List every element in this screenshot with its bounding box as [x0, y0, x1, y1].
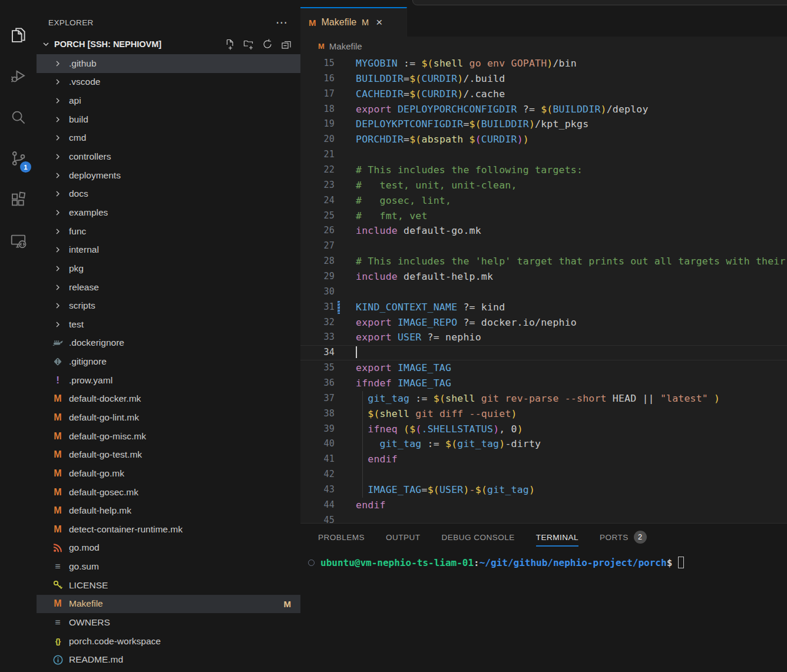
activity-run-debug[interactable] [0, 55, 37, 97]
activity-explorer[interactable] [0, 14, 37, 55]
activity-extensions[interactable] [0, 179, 37, 220]
code-line-20[interactable]: 20PORCHDIR=$(abspath $(CURDIR)) [300, 132, 787, 147]
tree-folder-internal[interactable]: internal [37, 240, 300, 259]
line-number: 16 [300, 71, 335, 87]
close-icon[interactable]: × [376, 16, 382, 29]
code-line-15[interactable]: 15MYGOBIN := $(shell go env GOPATH)/bin [300, 56, 787, 71]
code-area[interactable]: 15MYGOBIN := $(shell go env GOPATH)/bin1… [300, 56, 787, 523]
code-line-17[interactable]: 17CACHEDIR=$(CURDIR)/.cache [300, 87, 787, 102]
makefile-icon: M [54, 487, 61, 498]
tree-folder-api[interactable]: api [37, 91, 300, 110]
code-line-35[interactable]: 35export IMAGE_TAG [300, 360, 787, 376]
tree-file-.dockerignore[interactable]: .dockerignore [37, 334, 300, 353]
code-line-28[interactable]: 28# This includes the 'help' target that… [300, 254, 787, 269]
activity-search[interactable] [0, 97, 37, 138]
tree-folder-controllers[interactable]: controllers [37, 147, 300, 166]
code-line-18[interactable]: 18export DEPLOYPORCHCONFIGDIR ?= $(BUILD… [300, 102, 787, 117]
code-text: export USER ?= nephio [356, 330, 787, 345]
tree-folder-docs[interactable]: docs [37, 184, 300, 203]
code-line-37[interactable]: 37 git_tag := $(shell git rev-parse --sh… [300, 391, 787, 406]
code-line-36[interactable]: 36ifndef IMAGE_TAG [300, 376, 787, 391]
code-line-22[interactable]: 22# This includes the following targets: [300, 163, 787, 178]
tree-file-.gitignore[interactable]: .gitignore [37, 352, 300, 371]
tree-file-porch.code-workspace[interactable]: {}porch.code-workspace [37, 632, 300, 651]
tree-folder-build[interactable]: build [37, 110, 300, 129]
code-line-19[interactable]: 19DEPLOYKPTCONFIGDIR=$(BUILDDIR)/kpt_pkg… [300, 117, 787, 132]
tree-file-detect-container-runtime.mk[interactable]: Mdetect-container-runtime.mk [37, 520, 300, 539]
panel-tab-output[interactable]: OUTPUT [386, 524, 421, 551]
terminal[interactable]: ubuntu@vm-nephio-ts-liam-01 : ~/git/gith… [300, 551, 787, 672]
code-line-38[interactable]: 38 $(shell git diff --quiet) [300, 406, 787, 422]
code-line-33[interactable]: 33export USER ?= nephio [300, 330, 787, 345]
panel-tab-ports[interactable]: PORTS2 [600, 524, 647, 551]
tree-file-go.sum[interactable]: ≡go.sum [37, 557, 300, 576]
code-line-34[interactable]: 34 [300, 345, 787, 360]
tree-file-default-go-misc.mk[interactable]: Mdefault-go-misc.mk [37, 427, 300, 446]
breadcrumb[interactable]: M Makefile [300, 37, 787, 56]
code-line-44[interactable]: 44endif [300, 498, 787, 513]
code-line-43[interactable]: 43 IMAGE_TAG=$(USER)-$(git_tag) [300, 482, 787, 498]
tree-folder-pkg[interactable]: pkg [37, 259, 300, 278]
breadcrumb-item[interactable]: Makefile [329, 41, 362, 51]
tree-file-default-gosec.mk[interactable]: Mdefault-gosec.mk [37, 483, 300, 502]
code-line-41[interactable]: 41 endif [300, 452, 787, 467]
tree-file-OWNERS[interactable]: ≡OWNERS [37, 613, 300, 632]
line-number: 22 [300, 163, 335, 178]
tree-folder-examples[interactable]: examples [37, 203, 300, 222]
panel-tab-debug-console[interactable]: DEBUG CONSOLE [442, 524, 515, 551]
tree-folder-.vscode[interactable]: .vscode [37, 73, 300, 92]
tree-file-Makefile[interactable]: MMakefileM [37, 595, 300, 614]
panel-tab-problems[interactable]: PROBLEMS [318, 524, 365, 551]
tree-file-default-go-lint.mk[interactable]: Mdefault-go-lint.mk [37, 408, 300, 427]
tree-file-LICENSE[interactable]: LICENSE [37, 576, 300, 595]
new-folder-icon[interactable] [243, 38, 254, 50]
more-actions-icon[interactable]: ⋯ [276, 19, 287, 25]
line-number: 18 [300, 102, 335, 117]
tab-makefile[interactable]: M Makefile M × [300, 7, 407, 37]
code-line-42[interactable]: 42 [300, 467, 787, 482]
code-text [356, 345, 787, 360]
tree-file-README.md[interactable]: README.md [37, 651, 300, 670]
tree-file-default-help.mk[interactable]: Mdefault-help.mk [37, 501, 300, 520]
line-number: 35 [300, 360, 335, 376]
tree-folder-func[interactable]: func [37, 222, 300, 241]
code-text: export DEPLOYPORCHCONFIGDIR ?= $(BUILDDI… [356, 102, 787, 117]
activity-remote-explorer[interactable] [0, 220, 37, 261]
tree-file-default-go.mk[interactable]: Mdefault-go.mk [37, 464, 300, 483]
tree-folder-release[interactable]: release [37, 278, 300, 297]
chevron-right-icon [53, 227, 62, 236]
activity-source-control[interactable]: 1 [0, 138, 37, 179]
command-center[interactable] [412, 0, 787, 5]
makefile-icon: M [54, 431, 61, 442]
tab-bar: M Makefile M × [300, 7, 787, 37]
code-line-30[interactable]: 30 [300, 284, 787, 300]
tree-folder-.github[interactable]: .github [37, 54, 300, 73]
tree-file-.prow.yaml[interactable]: !.prow.yaml [37, 371, 300, 390]
code-line-29[interactable]: 29include default-help.mk [300, 269, 787, 284]
tree-file-default-go-test.mk[interactable]: Mdefault-go-test.mk [37, 445, 300, 464]
refresh-icon[interactable] [262, 38, 273, 50]
workspace-section-header[interactable]: PORCH [SSH: NEPHIOVM] [37, 34, 300, 54]
tree-file-go.mod[interactable]: go.mod [37, 539, 300, 558]
code-line-40[interactable]: 40 git_tag := $(git_tag)-dirty [300, 436, 787, 452]
code-line-27[interactable]: 27 [300, 239, 787, 254]
code-line-45[interactable]: 45 [300, 513, 787, 523]
code-line-24[interactable]: 24# gosec, lint, [300, 193, 787, 208]
new-file-icon[interactable] [224, 38, 236, 50]
code-line-25[interactable]: 25# fmt, vet [300, 208, 787, 224]
collapse-all-icon[interactable] [280, 38, 292, 50]
code-line-23[interactable]: 23# test, unit, unit-clean, [300, 178, 787, 193]
code-line-26[interactable]: 26include default-go.mk [300, 223, 787, 239]
command-decoration-icon[interactable] [308, 560, 315, 566]
code-line-39[interactable]: 39 ifneq ($(.SHELLSTATUS), 0) [300, 422, 787, 437]
tree-file-default-docker.mk[interactable]: Mdefault-docker.mk [37, 390, 300, 409]
panel-tab-terminal[interactable]: TERMINAL [536, 524, 578, 551]
tree-folder-scripts[interactable]: scripts [37, 296, 300, 315]
code-line-16[interactable]: 16BUILDDIR=$(CURDIR)/.build [300, 71, 787, 87]
code-line-21[interactable]: 21 [300, 147, 787, 163]
tree-folder-test[interactable]: test [37, 315, 300, 334]
tree-folder-deployments[interactable]: deployments [37, 166, 300, 185]
tree-folder-cmd[interactable]: cmd [37, 129, 300, 148]
code-line-32[interactable]: 32export IMAGE_REPO ?= docker.io/nephio [300, 315, 787, 330]
code-line-31[interactable]: 31KIND_CONTEXT_NAME ?= kind [300, 300, 787, 315]
